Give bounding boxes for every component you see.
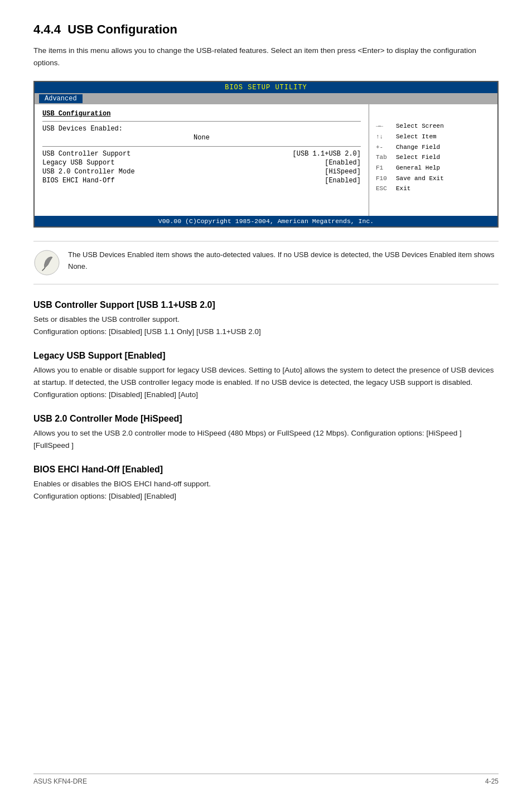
bios-tab-advanced[interactable]: Advanced bbox=[39, 94, 83, 103]
bios-key-help: →←Select Screen↑↓Select Item+-Change Fie… bbox=[376, 121, 491, 194]
bios-box: BIOS SETUP UTILITY Advanced USB Configur… bbox=[33, 81, 499, 228]
bios-key-row: TabSelect Field bbox=[376, 152, 491, 163]
setting-value: [Enabled] bbox=[325, 177, 361, 185]
footer-right: 4-25 bbox=[485, 777, 499, 785]
bios-key-row: +-Change Field bbox=[376, 142, 491, 153]
bios-key-symbol: →← bbox=[376, 121, 393, 132]
bios-key-row: F1General Help bbox=[376, 163, 491, 173]
subsection-title: USB 2.0 Controller Mode [HiSpeed] bbox=[33, 414, 499, 424]
setting-name: USB 2.0 Controller Mode bbox=[42, 168, 135, 176]
bios-key-description: Select Field bbox=[396, 152, 440, 163]
bios-key-description: Select Screen bbox=[396, 121, 444, 132]
subsection: Legacy USB Support [Enabled]Allows you t… bbox=[33, 351, 499, 400]
subsection-title: BIOS EHCI Hand-Off [Enabled] bbox=[33, 465, 499, 475]
bios-body: USB Configuration USB Devices Enabled: N… bbox=[35, 104, 497, 216]
setting-name: BIOS EHCI Hand-Off bbox=[42, 177, 115, 185]
bios-key-row: ESCExit bbox=[376, 183, 491, 194]
bios-devices-label: USB Devices Enabled: bbox=[42, 125, 361, 133]
setting-value: [Enabled] bbox=[325, 159, 361, 167]
bios-setting-row[interactable]: Legacy USB Support[Enabled] bbox=[42, 159, 361, 167]
setting-value: [HiSpeed] bbox=[325, 168, 361, 176]
bios-key-row: ↑↓Select Item bbox=[376, 132, 491, 142]
subsection-body: Enables or disables the BIOS EHCI hand-o… bbox=[33, 478, 499, 502]
bios-key-symbol: F1 bbox=[376, 163, 393, 173]
bios-key-symbol: ESC bbox=[376, 183, 393, 194]
bios-setting-row[interactable]: USB Controller Support[USB 1.1+USB 2.0] bbox=[42, 150, 361, 158]
bios-key-symbol: ↑↓ bbox=[376, 132, 393, 142]
note-icon bbox=[33, 249, 60, 276]
bios-key-symbol: Tab bbox=[376, 152, 393, 163]
subsection-title: USB Controller Support [USB 1.1+USB 2.0] bbox=[33, 300, 499, 310]
bios-key-description: Exit bbox=[396, 183, 410, 194]
subsection: BIOS EHCI Hand-Off [Enabled]Enables or d… bbox=[33, 465, 499, 502]
bios-key-description: General Help bbox=[396, 163, 440, 173]
bios-key-symbol: F10 bbox=[376, 173, 393, 184]
bios-setting-row[interactable]: USB 2.0 Controller Mode[HiSpeed] bbox=[42, 168, 361, 176]
subsection-title: Legacy USB Support [Enabled] bbox=[33, 351, 499, 361]
bios-key-row: F10Save and Exit bbox=[376, 173, 491, 184]
bios-key-symbol: +- bbox=[376, 142, 393, 153]
bios-title-bar: BIOS SETUP UTILITY bbox=[35, 82, 497, 93]
bios-tab-row: Advanced bbox=[35, 93, 497, 104]
setting-name: USB Controller Support bbox=[42, 150, 130, 158]
subsection-body: Allows you to set the USB 2.0 controller… bbox=[33, 427, 499, 451]
subsection-body: Sets or disables the USB controller supp… bbox=[33, 313, 499, 337]
bios-settings-table: USB Controller Support[USB 1.1+USB 2.0]L… bbox=[42, 150, 361, 185]
bios-key-description: Save and Exit bbox=[396, 173, 444, 184]
subsection-body: Allows you to enable or disable support … bbox=[33, 364, 499, 400]
bios-left-panel: USB Configuration USB Devices Enabled: N… bbox=[35, 104, 369, 216]
bios-right-panel: →←Select Screen↑↓Select Item+-Change Fie… bbox=[369, 104, 497, 216]
section-title: 4.4.4 USB Configuration bbox=[33, 22, 499, 37]
footer-left: ASUS KFN4-DRE bbox=[33, 777, 87, 785]
bios-devices-value: None bbox=[42, 134, 361, 142]
note-box: The USB Devices Enabled item shows the a… bbox=[33, 241, 499, 284]
setting-name: Legacy USB Support bbox=[42, 159, 115, 167]
bios-key-description: Change Field bbox=[396, 142, 440, 153]
bios-key-description: Select Item bbox=[396, 132, 437, 142]
bios-key-row: →←Select Screen bbox=[376, 121, 491, 132]
bios-section-header: USB Configuration bbox=[42, 110, 361, 118]
setting-value: [USB 1.1+USB 2.0] bbox=[293, 150, 361, 158]
note-text: The USB Devices Enabled item shows the a… bbox=[68, 249, 499, 273]
subsection: USB 2.0 Controller Mode [HiSpeed]Allows … bbox=[33, 414, 499, 451]
bios-setting-row[interactable]: BIOS EHCI Hand-Off[Enabled] bbox=[42, 177, 361, 185]
subsections-container: USB Controller Support [USB 1.1+USB 2.0]… bbox=[33, 300, 499, 502]
intro-text: The items in this menu allows you to cha… bbox=[33, 45, 499, 69]
subsection: USB Controller Support [USB 1.1+USB 2.0]… bbox=[33, 300, 499, 337]
page-footer: ASUS KFN4-DRE 4-25 bbox=[33, 774, 499, 785]
bios-footer: V00.00 (C)Copyright 1985-2004, American … bbox=[35, 216, 497, 226]
